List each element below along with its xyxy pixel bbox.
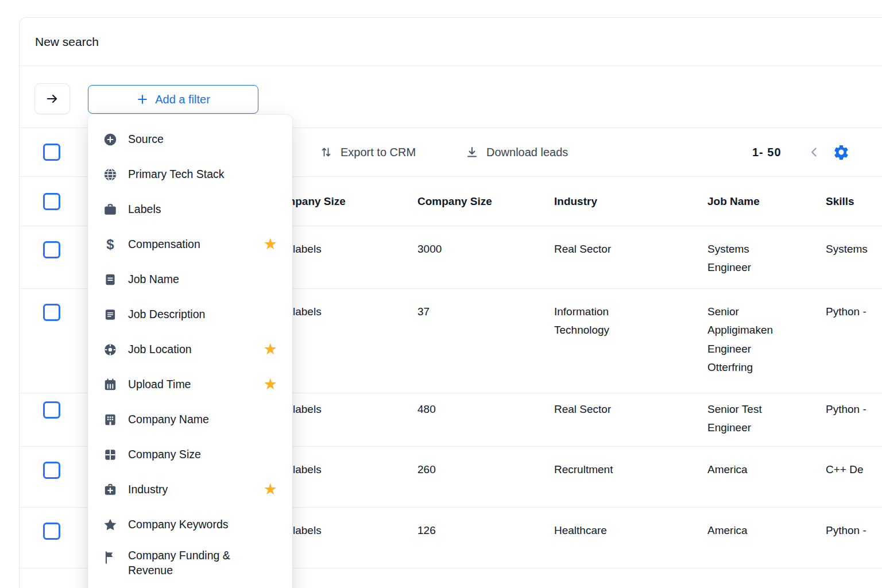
cell-labels: labels [293, 461, 379, 479]
select-all-checkbox[interactable] [43, 144, 60, 161]
cell-skills: Systems [826, 240, 882, 258]
cell-job-name: Senior Appligimaken Engineer Otterfring [707, 303, 791, 377]
header-checkbox[interactable] [43, 193, 60, 210]
cell-skills: C++ De [826, 461, 882, 479]
first-aid-icon [103, 482, 118, 497]
cell-labels: labels [293, 303, 379, 321]
arrow-right-icon [45, 91, 60, 106]
column-header-company-size-2: Company Size [417, 195, 492, 208]
sort-arrows-icon [319, 145, 333, 159]
settings-gear-icon[interactable] [833, 144, 850, 161]
plus-circle-icon [103, 132, 118, 147]
filter-menu-item-label: Company Name [128, 412, 209, 427]
row-checkbox[interactable] [43, 462, 60, 479]
clipboard-icon [103, 307, 118, 322]
cell-job-name: America [707, 461, 791, 479]
filter-menu-item-label: Job Location [128, 342, 192, 357]
filter-menu-item-company-funding-revenue[interactable]: Company Funding & Revenue [88, 542, 292, 578]
row-checkbox[interactable] [43, 523, 60, 540]
cell-industry: Information Technology [554, 303, 657, 340]
cell-job-name: Systems Engineer [707, 240, 791, 277]
row-checkbox[interactable] [43, 241, 60, 258]
cell-industry: Real Sector [554, 400, 657, 419]
row-checkbox[interactable] [43, 304, 60, 321]
filter-menu-item-primary-tech-stack[interactable]: Primary Tech Stack [88, 157, 292, 192]
cell-company-size: 3000 [417, 240, 521, 258]
briefcase-icon [103, 202, 118, 217]
filter-menu-item-compensation[interactable]: $ Compensation ★ [88, 227, 292, 262]
export-to-crm-button[interactable]: Export to CRM [319, 145, 416, 159]
page-title: New search [35, 35, 99, 49]
cell-labels: labels [293, 521, 379, 540]
favorite-star-icon[interactable]: ★ [264, 237, 277, 252]
export-to-crm-label: Export to CRM [341, 146, 416, 159]
star-icon [103, 517, 118, 532]
filter-menu-item-label: Job Description [128, 307, 205, 322]
filter-menu-item-source[interactable]: Source [88, 122, 292, 157]
filter-menu-item-label: Industry [128, 482, 168, 497]
download-leads-label: Download leads [486, 146, 568, 159]
location-icon [103, 342, 118, 357]
favorite-star-icon[interactable]: ★ [264, 482, 277, 497]
filter-menu-item-company-size[interactable]: Company Size [88, 437, 292, 472]
page-header: New search [20, 18, 882, 66]
filter-menu-item-job-description[interactable]: Job Description [88, 297, 292, 332]
download-leads-button[interactable]: Download leads [465, 145, 568, 159]
calendar-icon [103, 377, 118, 392]
column-header-industry: Industry [554, 195, 597, 208]
filter-menu-item-label: Labels [128, 202, 161, 216]
cell-job-name: America [707, 521, 791, 540]
cell-skills: Python - [826, 400, 882, 419]
document-icon [103, 272, 118, 287]
filter-menu-item-industry[interactable]: Industry ★ [88, 472, 292, 507]
add-filter-dropdown: Source Primary Tech Stack Labels $ Compe… [88, 115, 292, 588]
filter-menu-item-label: Compensation [128, 237, 200, 252]
grid-icon [103, 447, 118, 462]
filter-menu-item-company-name[interactable]: Company Name [88, 402, 292, 437]
cell-skills: Python - [826, 521, 882, 540]
filter-menu-item-label: Company Funding & Revenue [128, 548, 252, 578]
cell-company-size: 480 [417, 400, 521, 419]
filter-menu-item-labels[interactable]: Labels [88, 192, 292, 227]
collapse-filters-button[interactable] [34, 83, 70, 114]
favorite-star-icon[interactable]: ★ [264, 342, 277, 357]
pagination-range: 1- 50 [752, 146, 782, 159]
flag-icon [103, 550, 118, 565]
cell-company-size: 260 [417, 461, 521, 479]
cell-skills: Python - [826, 303, 882, 321]
download-icon [465, 145, 479, 159]
cell-company-size: 126 [417, 521, 521, 540]
cell-company-size: 37 [417, 303, 521, 321]
cell-industry: Healthcare [554, 521, 657, 540]
dollar-icon: $ [103, 237, 118, 252]
cell-job-name: Senior Test Engineer [707, 400, 791, 438]
cell-labels: labels [293, 240, 379, 258]
column-header-job-name: Job Name [707, 195, 760, 208]
filter-menu-item-company-keywords[interactable]: Company Keywords [88, 507, 292, 542]
filter-menu-item-job-location[interactable]: Job Location ★ [88, 332, 292, 367]
filter-menu-item-label: Company Keywords [128, 517, 229, 532]
filter-menu-item-upload-time[interactable]: Upload Time ★ [88, 367, 292, 402]
building-icon [103, 412, 118, 427]
column-header-skills: Skills [826, 195, 854, 208]
cell-labels: labels [293, 400, 379, 419]
filter-menu-item-label: Company Size [128, 447, 201, 462]
add-filter-label: Add a filter [155, 93, 210, 106]
filter-menu-item-label: Source [128, 131, 164, 146]
filter-menu-item-job-name[interactable]: Job Name [88, 262, 292, 297]
globe-icon [103, 167, 118, 182]
filter-menu-item-label: Primary Tech Stack [128, 167, 225, 181]
favorite-star-icon[interactable]: ★ [264, 377, 277, 392]
plus-icon [136, 93, 149, 106]
chevron-left-icon[interactable] [807, 145, 822, 160]
cell-industry: Recrultment [554, 461, 657, 479]
add-filter-button[interactable]: Add a filter [88, 85, 258, 114]
cell-industry: Real Sector [554, 240, 657, 258]
filter-menu-item-label: Job Name [128, 272, 179, 287]
filter-menu-item-label: Upload Time [128, 377, 191, 392]
row-checkbox[interactable] [43, 401, 60, 419]
